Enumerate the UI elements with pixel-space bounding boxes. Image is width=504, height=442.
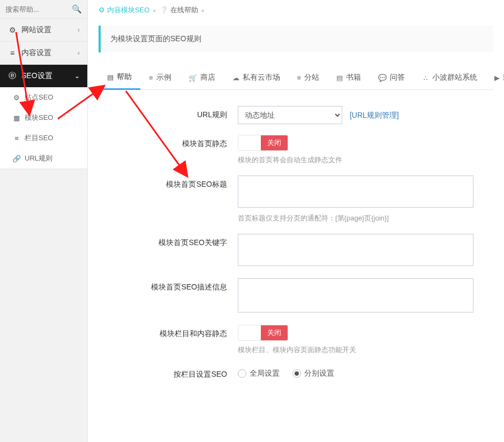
book-icon: ▤ (336, 74, 343, 82)
menu-label: SEO设置 (21, 71, 52, 81)
tab-video[interactable]: ▶影 (486, 66, 504, 89)
menu-label: 内容设置 (21, 48, 51, 58)
gear-icon: ⚙ (99, 6, 105, 14)
row-per-cat: 按栏目设置SEO 全局设置 分别设置 (99, 365, 493, 379)
label-home-static: 模块首页静态 (99, 135, 238, 149)
tab-label: 帮助 (117, 72, 132, 82)
row-cat-static: 模块栏目和内容静态 关闭 模块栏目、模块内容页面静态功能开关 (99, 325, 493, 355)
sub-label: URL规则 (25, 154, 52, 163)
row-home-desc: 模块首页SEO描述信息 (99, 278, 493, 314)
cart-icon: 🛒 (189, 74, 197, 82)
breadcrumb-label: 内容模块SEO (107, 6, 149, 14)
gear-icon: ⚙ (12, 94, 21, 102)
sub-url-rule[interactable]: 🔗 URL规则 (0, 148, 87, 169)
tab-qa[interactable]: 💬问答 (370, 66, 413, 89)
tab-label: 示例 (156, 73, 171, 82)
label-per-cat: 按栏目设置SEO (99, 365, 238, 379)
toggle-cat-static[interactable]: 关闭 (238, 325, 288, 341)
toggle-label: 关闭 (261, 325, 288, 340)
help-cat-static: 模块栏目、模块内容页面静态功能开关 (238, 345, 493, 355)
breadcrumb-separator: ● (201, 7, 205, 13)
tab-help[interactable]: ▤帮助 (99, 66, 140, 90)
label-cat-static: 模块栏目和内容静态 (99, 325, 238, 339)
radio-icon (238, 369, 246, 378)
menu-seo-settings[interactable]: ⓔ SEO设置 ⌄ (0, 65, 87, 87)
textarea-home-keywords[interactable] (238, 234, 473, 266)
sub-label: 栏目SEO (25, 133, 53, 143)
sidebar: 🔍 ⚙ 网站设置 ‹ ≡ 内容设置 ‹ ⓔ SEO设置 ⌄ ⚙ 站点SEO ▦ (0, 0, 88, 442)
gear-icon: ⚙ (7, 26, 17, 34)
breadcrumb-label: 在线帮助 (170, 6, 198, 14)
breadcrumb-item-seo[interactable]: ⚙内容模块SEO (99, 5, 149, 15)
list-icon: ≡ (297, 74, 302, 82)
tab-book[interactable]: ▤书籍 (328, 66, 370, 89)
chevron-left-icon: ‹ (78, 49, 80, 57)
grid-icon: ▦ (12, 114, 21, 122)
select-url-rule[interactable]: 动态地址 (238, 106, 342, 124)
row-url-rule: URL规则 动态地址 [URL规则管理] (99, 106, 493, 124)
help-home-title: 首页标题仅支持分页的通配符：[第{page}页{join}] (238, 214, 493, 223)
breadcrumb: ⚙内容模块SEO ● ❔在线帮助 ● (88, 0, 504, 20)
radio-global[interactable]: 全局设置 (238, 369, 280, 378)
tab-cloud[interactable]: ☁私有云市场 (224, 66, 289, 89)
radio-icon (292, 369, 301, 378)
breadcrumb-separator: ● (153, 7, 156, 13)
sub-module-seo[interactable]: ▦ 模块SEO (0, 108, 87, 128)
label-home-desc: 模块首页SEO描述信息 (99, 278, 238, 292)
row-home-static: 模块首页静态 关闭 模块的首页将会自动生成静态文件 (99, 135, 493, 165)
radio-group-per-cat: 全局设置 分别设置 (238, 365, 493, 378)
menu-content-settings[interactable]: ≡ 内容设置 ‹ (0, 42, 87, 64)
tab-label: 商店 (200, 73, 215, 82)
help-home-static: 模块的首页将会自动生成静态文件 (238, 155, 493, 165)
network-icon: ⛬ (422, 74, 429, 82)
tab-label: 小波群站系统 (432, 73, 477, 82)
chevron-down-icon: ⌄ (74, 72, 80, 80)
textarea-home-desc[interactable] (238, 278, 473, 313)
radio-label: 分别设置 (304, 369, 334, 378)
textarea-home-title[interactable] (238, 176, 473, 208)
row-home-keywords: 模块首页SEO关键字 (99, 234, 493, 268)
tab-label: 分站 (304, 73, 319, 82)
sub-site-seo[interactable]: ⚙ 站点SEO (0, 87, 87, 108)
tab-label: 书籍 (346, 73, 361, 82)
row-home-title: 模块首页SEO标题 首页标题仅支持分页的通配符：[第{page}页{join}] (99, 176, 493, 223)
list-icon: ≡ (12, 134, 21, 142)
search-icon[interactable]: 🔍 (72, 4, 82, 14)
list-icon: ≡ (7, 49, 17, 57)
label-home-keywords: 模块首页SEO关键字 (99, 234, 238, 248)
cloud-icon: ☁ (232, 74, 239, 82)
tab-branch[interactable]: ≡分站 (289, 66, 328, 89)
radio-label: 全局设置 (250, 369, 280, 378)
toggle-label: 关闭 (261, 135, 288, 150)
link-url-rule-manage[interactable]: [URL规则管理] (350, 111, 399, 119)
sub-label: 站点SEO (25, 93, 53, 102)
list-icon: ≡ (149, 74, 153, 82)
chat-icon: 💬 (378, 74, 387, 82)
label-url-rule: URL规则 (99, 106, 238, 120)
toggle-home-static[interactable]: 关闭 (238, 135, 288, 151)
form: URL规则 动态地址 [URL规则管理] 模块首页静态 关闭 模块的首页将会自动… (88, 90, 504, 395)
menu-label: 网站设置 (21, 25, 51, 35)
tab-label: 私有云市场 (243, 73, 280, 82)
label-home-title: 模块首页SEO标题 (99, 176, 238, 189)
chevron-left-icon: ‹ (78, 26, 80, 34)
main: ⚙内容模块SEO ● ❔在线帮助 ● 为模块设置页面的SEO规则 ▤帮助 ≡示例… (88, 0, 504, 442)
breadcrumb-item-help[interactable]: ❔在线帮助 (160, 5, 198, 15)
menu-site-settings[interactable]: ⚙ 网站设置 ‹ (0, 19, 87, 41)
help-icon: ❔ (160, 6, 168, 14)
ie-icon: ⓔ (7, 71, 17, 81)
submenu-seo: ⚙ 站点SEO ▦ 模块SEO ≡ 栏目SEO 🔗 URL规则 (0, 87, 87, 169)
info-text: 为模块设置页面的SEO规则 (110, 34, 201, 43)
sub-category-seo[interactable]: ≡ 栏目SEO (0, 128, 87, 148)
book-icon: ▤ (107, 73, 114, 81)
menu-group-site: ⚙ 网站设置 ‹ (0, 19, 87, 42)
search-input[interactable] (5, 5, 59, 13)
play-icon: ▶ (494, 74, 500, 82)
menu-group-seo: ⓔ SEO设置 ⌄ ⚙ 站点SEO ▦ 模块SEO ≡ 栏目SEO 🔗 URL规… (0, 65, 87, 169)
tab-xiaobo[interactable]: ⛬小波群站系统 (413, 66, 486, 89)
sub-label: 模块SEO (25, 113, 53, 123)
radio-separate[interactable]: 分别设置 (292, 369, 334, 378)
tab-store[interactable]: 🛒商店 (180, 66, 224, 89)
tabs: ▤帮助 ≡示例 🛒商店 ☁私有云市场 ≡分站 ▤书籍 💬问答 ⛬小波群站系统 ▶… (99, 66, 493, 90)
tab-example[interactable]: ≡示例 (140, 66, 180, 89)
